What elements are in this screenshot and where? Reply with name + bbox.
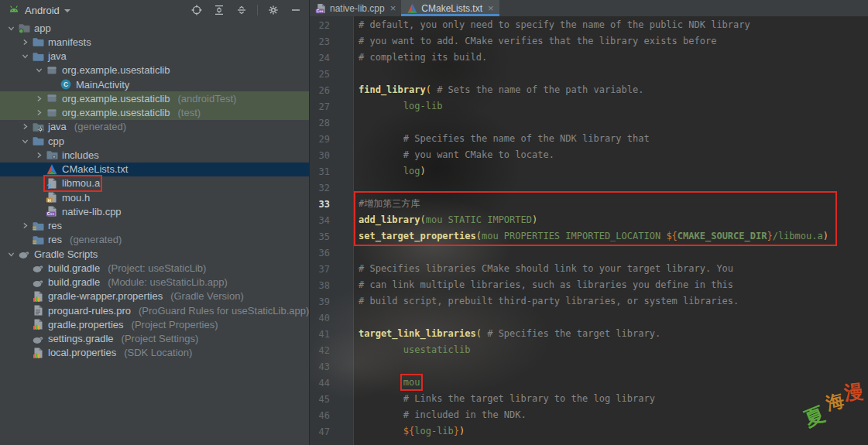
code-line-25[interactable]: 25 [310, 66, 868, 82]
tab-label: CMakeLists.txt [421, 3, 482, 14]
svg-text:C++: C++ [317, 9, 324, 13]
tree-item-label: org.example.usestaticlib [62, 93, 170, 104]
properties-file-icon [32, 347, 44, 359]
gradle-icon [32, 333, 44, 345]
collapse-all-icon[interactable] [235, 3, 249, 17]
tree-item-mainactivity[interactable]: CMainActivity [0, 77, 309, 91]
svg-text:?: ? [47, 182, 52, 190]
close-tab-icon[interactable]: × [390, 3, 396, 13]
line-number: 26 [310, 85, 353, 96]
tab-label: native-lib.cpp [330, 3, 385, 14]
code-line-22[interactable]: 22# default, you only need to specify th… [310, 17, 868, 33]
package-icon [46, 92, 58, 104]
chevron-collapsed-icon[interactable] [21, 122, 29, 131]
tree-item-manifests[interactable]: manifests [0, 35, 309, 49]
tree-item-build-gradle[interactable]: build.gradle(Project: useStaticLib) [0, 261, 309, 275]
chevron-collapsed-icon[interactable] [35, 151, 43, 159]
line-number: 22 [310, 20, 353, 31]
tree-item-suffix: (androidTest) [177, 93, 236, 104]
editor-tab-native-lib-cpp[interactable]: C++native-lib.cpp× [310, 0, 401, 16]
tree-item-local-properties[interactable]: local.properties(SDK Location) [0, 346, 309, 360]
editor-tab-cmakelists-txt[interactable]: CMakeLists.txt× [401, 0, 499, 16]
tree-item-gradle-scripts[interactable]: Gradle Scripts [0, 247, 309, 261]
code-line-45[interactable]: 45 # Links the target library to the log… [310, 391, 868, 407]
code-line-41[interactable]: 41target_link_libraries( # Specifies the… [310, 326, 868, 342]
tree-item-res[interactable]: res [0, 219, 309, 233]
code-line-46[interactable]: 46 # included in the NDK. [310, 407, 868, 423]
code-line-27[interactable]: 27 log-lib [310, 98, 868, 115]
chevron-collapsed-icon[interactable] [21, 221, 29, 230]
tree-item-org-example-usestaticlib[interactable]: org.example.usestaticlib [0, 63, 309, 77]
line-number: 42 [310, 345, 353, 356]
tree-item-gradle-wrapper-properties[interactable]: gradle-wrapper.properties(Gradle Version… [0, 289, 309, 303]
chevron-expanded-icon[interactable] [35, 66, 43, 74]
package-icon [46, 64, 58, 77]
chevron-expanded-icon[interactable] [21, 52, 29, 60]
code-line-28[interactable]: 28 [310, 115, 868, 131]
tree-item-cmakelists-txt[interactable]: CMakeLists.txt [0, 163, 309, 176]
tree-item-native-lib-cpp[interactable]: C++native-lib.cpp [0, 204, 309, 218]
tree-item-org-example-usestaticlib[interactable]: org.example.usestaticlib(androidTest) [0, 91, 309, 105]
tree-item-org-example-usestaticlib[interactable]: org.example.usestaticlib(test) [0, 106, 309, 120]
tree-item-build-gradle[interactable]: build.gradle(Module: useStaticLib.app) [0, 276, 309, 289]
code-line-text: # included in the NDK. [353, 407, 527, 423]
line-number: 36 [310, 248, 353, 258]
chevron-expanded-icon[interactable] [7, 250, 15, 258]
code-line-37[interactable]: 37# Specifies libraries CMake should lin… [310, 261, 868, 277]
svg-text:C: C [63, 80, 68, 88]
tree-item-label: build.gradle [48, 262, 100, 274]
code-line-40[interactable]: 40 [310, 310, 868, 326]
chevron-expanded-icon[interactable] [7, 24, 15, 33]
tree-item-java[interactable]: java(generated) [0, 120, 309, 134]
tree-item-suffix: (Project Properties) [132, 319, 218, 330]
code-line-44[interactable]: 44 mou [310, 375, 868, 391]
expand-all-icon[interactable] [212, 3, 226, 17]
close-tab-icon[interactable]: × [488, 3, 494, 13]
tree-item-gradle-properties[interactable]: gradle.properties(Project Properties) [0, 317, 309, 331]
code-line-24[interactable]: 24# completing its build. [310, 50, 868, 66]
chevron-collapsed-icon[interactable] [21, 38, 29, 46]
chevron-collapsed-icon[interactable] [35, 94, 43, 103]
tree-item-proguard-rules-pro[interactable]: proguard-rules.pro(ProGuard Rules for us… [0, 303, 309, 317]
chevron-expanded-icon[interactable] [21, 137, 29, 145]
code-line-29[interactable]: 29 # Specifies the name of the NDK libra… [310, 131, 868, 147]
tree-item-suffix: (SDK Location) [124, 347, 192, 358]
tree-item-includes[interactable]: includes [0, 148, 309, 162]
code-line-33[interactable]: 33#增加第三方库 [310, 196, 868, 212]
code-line-42[interactable]: 42 usestaticlib [310, 342, 868, 358]
code-line-text: # you want CMake to locate. [353, 147, 554, 163]
code-line-34[interactable]: 34add_library(mou STATIC IMPORTED) [310, 212, 868, 228]
tree-item-label: settings.gradle [48, 333, 114, 344]
select-opened-file-icon[interactable] [190, 3, 204, 17]
tree-item-app[interactable]: app [0, 21, 309, 35]
tree-item-label: build.gradle [48, 276, 100, 288]
settings-gear-icon[interactable] [266, 3, 280, 17]
header-file-icon: H [46, 191, 58, 204]
tree-item-java[interactable]: java [0, 50, 309, 63]
code-line-43[interactable]: 43 [310, 358, 868, 375]
svg-text:C++: C++ [47, 212, 55, 217]
editor-area[interactable]: 22# default, you only need to specify th… [310, 16, 868, 445]
tree-item-settings-gradle[interactable]: settings.gradle(Project Settings) [0, 332, 309, 346]
line-number: 30 [310, 150, 353, 161]
code-line-30[interactable]: 30 # you want CMake to locate. [310, 147, 868, 163]
tree-item-res[interactable]: res(generated) [0, 233, 309, 247]
folder-icon [32, 50, 44, 63]
code-line-32[interactable]: 32 [310, 180, 868, 196]
project-view-selector[interactable]: Android [8, 4, 70, 16]
tree-item-libmou-a[interactable]: ?libmou.a [0, 176, 309, 190]
code-line-47[interactable]: 47 ${log-lib}) [310, 423, 868, 440]
code-line-36[interactable]: 36 [310, 245, 868, 261]
tree-item-mou-h[interactable]: Hmou.h [0, 190, 309, 204]
code-line-23[interactable]: 23# you want to add. CMake verifies that… [310, 33, 868, 50]
code-line-35[interactable]: 35set_target_properties(mou PROPERTIES I… [310, 228, 868, 245]
code-line-38[interactable]: 38# can link multiple libraries, such as… [310, 277, 868, 293]
code-line-26[interactable]: 26find_library( # Sets the name of the p… [310, 82, 868, 98]
code-line-31[interactable]: 31 log) [310, 163, 868, 180]
project-tree: appmanifestsjavaorg.example.usestaticlib… [0, 21, 309, 360]
code-line-39[interactable]: 39# build script, prebuilt third-party l… [310, 293, 868, 310]
code-line-text: add_library(mou STATIC IMPORTED) [353, 212, 537, 228]
tree-item-cpp[interactable]: cpp [0, 134, 309, 148]
hide-panel-icon[interactable] [289, 3, 303, 17]
chevron-collapsed-icon[interactable] [35, 108, 43, 117]
